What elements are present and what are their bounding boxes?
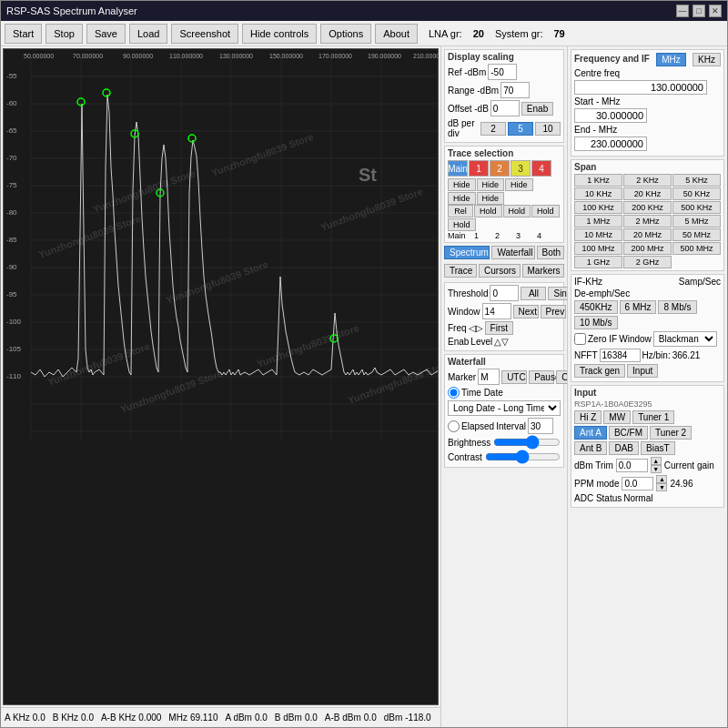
6mhz-btn[interactable]: 6 MHz <box>620 300 657 314</box>
input-button[interactable]: Input <box>627 364 658 378</box>
minimize-button[interactable]: — <box>676 5 689 17</box>
both-button[interactable]: Both <box>537 246 564 259</box>
interval-input[interactable] <box>528 418 553 434</box>
waterfall-button[interactable]: Waterfall <box>491 246 534 259</box>
track-gen-button[interactable]: Track gen <box>574 364 625 378</box>
offset-input[interactable] <box>490 100 520 116</box>
spectrum-button[interactable]: Spectrum <box>444 246 490 259</box>
mhz-unit-button[interactable]: MHz <box>656 53 686 66</box>
hide-main-btn[interactable]: Hide <box>448 178 476 191</box>
span-100mhz[interactable]: 100 MHz <box>574 242 622 255</box>
span-500khz[interactable]: 500 KHz <box>672 201 721 214</box>
span-50khz[interactable]: 50 KHz <box>672 187 721 200</box>
elapsed-radio[interactable] <box>448 420 460 432</box>
markers-button[interactable]: Markers <box>522 264 565 278</box>
time-date-radio[interactable] <box>448 387 460 399</box>
biastee-button[interactable]: BiasT <box>641 441 675 455</box>
dbm-trim-input[interactable] <box>616 459 648 472</box>
ppm-down[interactable]: ▼ <box>656 483 667 491</box>
ref-input[interactable] <box>488 64 517 80</box>
contrast-slider[interactable] <box>485 450 561 463</box>
save-button[interactable]: Save <box>86 24 126 44</box>
first-button[interactable]: First <box>485 321 513 335</box>
enable-button[interactable]: Enab <box>521 102 553 116</box>
prev-button[interactable]: Prev <box>541 305 566 318</box>
span-200mhz[interactable]: 200 MHz <box>623 242 672 255</box>
span-2khz[interactable]: 2 KHz <box>623 174 672 187</box>
ant-a-button[interactable]: Ant A <box>574 426 607 440</box>
time-date-select[interactable]: Long Date - Long Time <box>448 400 561 416</box>
pause-button[interactable]: Pause <box>529 370 554 384</box>
marker-input[interactable] <box>478 369 500 385</box>
trace-2-btn[interactable]: 2 <box>490 160 510 177</box>
db-2-button[interactable]: 2 <box>480 122 506 136</box>
range-input[interactable] <box>500 82 530 98</box>
zero-if-checkbox[interactable] <box>574 333 586 345</box>
trace-analysis-button[interactable]: Trace <box>444 264 477 278</box>
start-button[interactable]: Start <box>5 24 42 44</box>
hide-4-btn[interactable]: Hide <box>477 192 505 205</box>
khz-unit-button[interactable]: KHz <box>693 53 721 66</box>
dbm-trim-down[interactable]: ▼ <box>651 465 662 473</box>
ppm-input[interactable] <box>622 477 653 490</box>
span-50mhz[interactable]: 50 MHz <box>672 228 721 241</box>
hold-4-btn[interactable]: Hold <box>448 218 476 231</box>
hi-z-button[interactable]: Hi Z <box>574 410 602 424</box>
tuner1-button[interactable]: Tuner 1 <box>632 410 674 424</box>
hide-controls-button[interactable]: Hide controls <box>242 24 317 44</box>
load-button[interactable]: Load <box>129 24 167 44</box>
450khz-btn[interactable]: 450KHz <box>574 300 618 314</box>
next-button[interactable]: Next <box>513 305 539 318</box>
span-500mhz[interactable]: 500 MHz <box>672 242 721 255</box>
span-10khz[interactable]: 10 KHz <box>574 187 622 200</box>
threshold-input[interactable] <box>490 285 519 301</box>
hold-1-btn[interactable]: Hold <box>474 205 502 217</box>
utc-button[interactable]: UTC <box>501 370 527 384</box>
window-input[interactable] <box>482 303 511 319</box>
brightness-slider[interactable] <box>493 436 561 449</box>
dbm-trim-up[interactable]: ▲ <box>651 457 662 465</box>
stop-button[interactable]: Stop <box>46 24 83 44</box>
span-100khz[interactable]: 100 KHz <box>574 201 622 214</box>
span-1mhz[interactable]: 1 MHz <box>574 215 622 228</box>
ppm-up[interactable]: ▲ <box>656 475 667 483</box>
trace-1-btn[interactable]: 1 <box>469 160 489 177</box>
hold-2-btn[interactable]: Hold <box>503 205 531 217</box>
span-20khz[interactable]: 20 KHz <box>623 187 672 200</box>
span-200khz[interactable]: 200 KHz <box>623 201 672 214</box>
hold-3-btn[interactable]: Hold <box>531 205 560 217</box>
hide-1-btn[interactable]: Hide <box>477 178 505 191</box>
hide-2-btn[interactable]: Hide <box>505 178 533 191</box>
single-button[interactable]: Single <box>548 287 568 300</box>
mw-button[interactable]: MW <box>603 410 631 424</box>
clear-button[interactable]: Clear <box>556 370 568 384</box>
10mbs-btn[interactable]: 10 Mb/s <box>574 316 618 329</box>
dab-button[interactable]: DAB <box>609 441 639 455</box>
trace-4-btn[interactable]: 4 <box>531 160 551 177</box>
all-button[interactable]: All <box>521 287 546 300</box>
about-button[interactable]: About <box>375 24 418 44</box>
maximize-button[interactable]: □ <box>693 5 705 17</box>
window-select[interactable]: Blackman <box>653 331 717 347</box>
close-button[interactable]: ✕ <box>709 5 722 17</box>
main-trace-btn[interactable]: Main <box>448 160 468 177</box>
ant-b-button[interactable]: Ant B <box>574 441 607 455</box>
db-5-button[interactable]: 5 <box>508 122 533 136</box>
span-5mhz[interactable]: 5 MHz <box>672 215 721 228</box>
cursors-button[interactable]: Cursors <box>479 264 520 278</box>
span-2ghz[interactable]: 2 GHz <box>623 256 672 268</box>
bc-fm-button[interactable]: BC/FM <box>609 426 648 440</box>
db-10-button[interactable]: 10 <box>535 122 561 136</box>
tuner2-button[interactable]: Tuner 2 <box>650 426 692 440</box>
span-1khz[interactable]: 1 KHz <box>574 174 622 187</box>
hide-3-btn[interactable]: Hide <box>448 192 476 205</box>
span-5khz[interactable]: 5 KHz <box>672 174 721 187</box>
options-button[interactable]: Options <box>320 24 371 44</box>
rel-main-btn[interactable]: Rel <box>448 205 473 217</box>
span-2mhz[interactable]: 2 MHz <box>623 215 672 228</box>
8mhz-btn[interactable]: 8 Mb/s <box>658 300 696 314</box>
span-10mhz[interactable]: 10 MHz <box>574 228 622 241</box>
centre-freq-input[interactable] <box>574 80 707 95</box>
screenshot-button[interactable]: Screenshot <box>171 24 238 44</box>
span-1ghz[interactable]: 1 GHz <box>574 256 622 268</box>
